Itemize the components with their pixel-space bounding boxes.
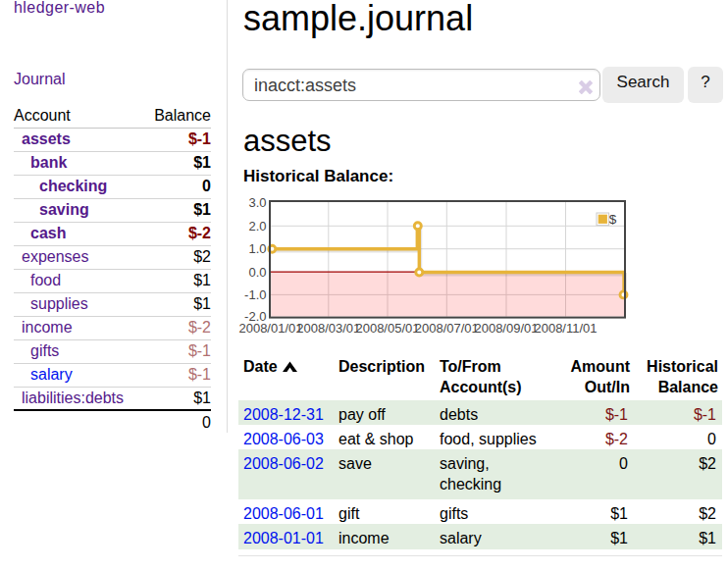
svg-text:$: $ [609,212,617,227]
svg-text:2008/03/01: 2008/03/01 [296,321,360,336]
svg-text:2008/05/01: 2008/05/01 [355,321,419,336]
svg-text:2008/09/01: 2008/09/01 [474,321,538,336]
svg-text:2008/07/01: 2008/07/01 [415,321,479,336]
svg-text:2008/01/01: 2008/01/01 [238,321,302,336]
svg-text:2008/11/01: 2008/11/01 [534,321,597,336]
svg-text:3.0: 3.0 [248,195,266,210]
svg-text:2.0: 2.0 [248,219,266,234]
svg-text:1.0: 1.0 [248,241,266,256]
svg-text:0.0: 0.0 [248,265,266,280]
svg-text:-1.0: -1.0 [244,287,266,302]
